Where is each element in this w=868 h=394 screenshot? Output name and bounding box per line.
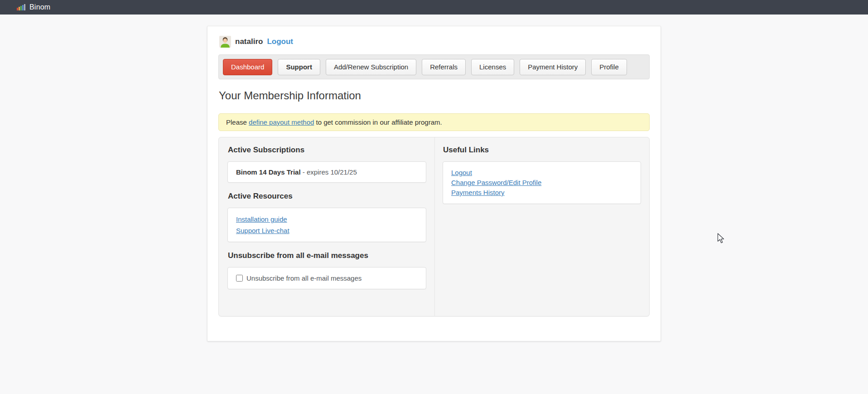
top-bar: Binom xyxy=(0,0,868,15)
unsubscribe-checkbox[interactable] xyxy=(236,275,243,282)
notice-text-suffix: to get commission in our affiliate progr… xyxy=(314,118,442,126)
membership-card: nataliro Logout Dashboard Support Add/Re… xyxy=(207,26,661,341)
installation-guide-link[interactable]: Installation guide xyxy=(236,214,418,225)
link-payments-history[interactable]: Payments History xyxy=(451,188,632,198)
brand[interactable]: Binom xyxy=(17,3,50,11)
tab-payment-history[interactable]: Payment History xyxy=(520,59,586,75)
username: nataliro xyxy=(235,37,263,46)
active-resources-heading: Active Resources xyxy=(228,192,426,201)
useful-links-column: Useful Links Logout Change Password/Edit… xyxy=(434,137,649,316)
notice-text-prefix: Please xyxy=(226,118,249,126)
mouse-cursor xyxy=(717,233,725,245)
avatar xyxy=(219,36,231,48)
define-payout-method-link[interactable]: define payout method xyxy=(249,118,314,126)
page-title: Your Membership Information xyxy=(219,89,650,102)
useful-links-card: Logout Change Password/Edit Profile Paym… xyxy=(443,161,641,204)
tab-profile[interactable]: Profile xyxy=(591,59,627,75)
link-change-password[interactable]: Change Password/Edit Profile xyxy=(451,178,632,188)
subscription-name: Binom 14 Days Trial xyxy=(236,168,301,176)
payout-notice: Please define payout method to get commi… xyxy=(218,113,650,131)
subscriptions-column: Active Subscriptions Binom 14 Days Trial… xyxy=(219,137,434,316)
tab-support[interactable]: Support xyxy=(278,59,320,75)
bar-chart-logo-icon xyxy=(17,4,25,10)
resources-card: Installation guide Support Live-chat xyxy=(227,208,426,242)
useful-links-heading: Useful Links xyxy=(443,146,641,155)
subscription-item: Binom 14 Days Trial - expires 10/21/25 xyxy=(227,161,426,183)
user-row: nataliro Logout xyxy=(219,36,650,48)
tab-referrals[interactable]: Referrals xyxy=(422,59,466,75)
unsubscribe-heading: Unsubscribe from all e-mail messages xyxy=(228,251,426,260)
nav-tabs: Dashboard Support Add/Renew Subscription… xyxy=(218,54,650,79)
unsubscribe-card: Unsubscribe from all e-mail messages xyxy=(227,267,426,289)
unsubscribe-label[interactable]: Unsubscribe from all e-mail messages xyxy=(236,274,362,282)
active-subscriptions-heading: Active Subscriptions xyxy=(228,146,426,155)
info-panel: Active Subscriptions Binom 14 Days Trial… xyxy=(218,137,650,316)
tab-dashboard[interactable]: Dashboard xyxy=(223,59,272,75)
logout-link-top[interactable]: Logout xyxy=(267,37,293,46)
tab-add-renew-subscription[interactable]: Add/Renew Subscription xyxy=(326,59,416,75)
link-logout[interactable]: Logout xyxy=(451,168,632,178)
subscription-expiry: - expires 10/21/25 xyxy=(301,168,357,176)
brand-name: Binom xyxy=(29,3,50,11)
support-live-chat-link[interactable]: Support Live-chat xyxy=(236,225,418,236)
tab-licenses[interactable]: Licenses xyxy=(471,59,514,75)
